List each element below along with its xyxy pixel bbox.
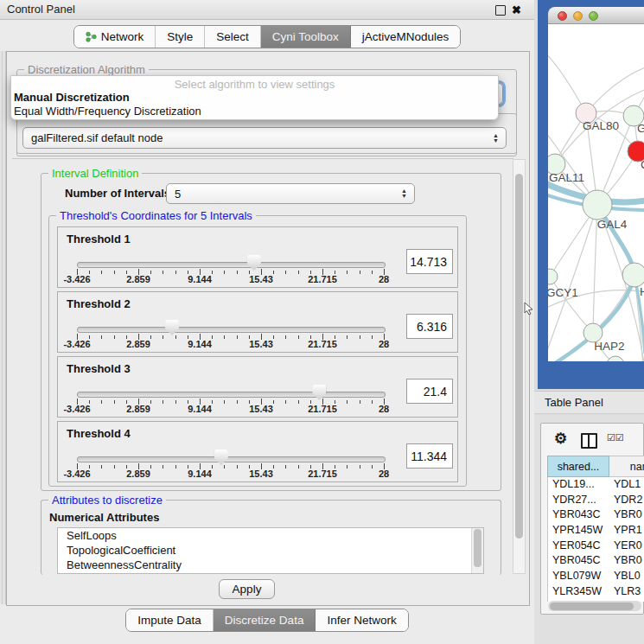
columns-icon[interactable] bbox=[581, 433, 597, 449]
slider-tick bbox=[212, 335, 213, 339]
cell-shared-name[interactable]: YDL19... bbox=[552, 477, 595, 493]
table-row[interactable]: YBR045CYBR0 bbox=[548, 553, 644, 569]
cell-shared-name[interactable]: YBR045C bbox=[552, 553, 601, 569]
tab-network[interactable]: Network bbox=[74, 26, 156, 48]
cell-shared-name[interactable]: YBL079W bbox=[552, 569, 601, 584]
cell-name[interactable]: YLR3 bbox=[614, 584, 641, 600]
network-window-titlebar[interactable] bbox=[548, 7, 644, 24]
slider-thumb[interactable] bbox=[165, 320, 179, 335]
cell-shared-name[interactable]: YLR345W bbox=[552, 584, 602, 600]
combo-arrows-icon: ▲▼ bbox=[401, 188, 407, 199]
float-window-icon[interactable] bbox=[495, 5, 506, 16]
cell-shared-name[interactable]: YPR145W bbox=[552, 523, 603, 539]
slider-tick-label: 28 bbox=[379, 469, 389, 479]
cell-shared-name[interactable]: YBR043C bbox=[552, 507, 601, 523]
slider-track[interactable] bbox=[77, 262, 386, 268]
scrollbar-thumb[interactable] bbox=[515, 174, 523, 539]
scrollbar-thumb[interactable] bbox=[550, 603, 634, 610]
slider-track[interactable] bbox=[77, 456, 386, 462]
select-columns-icon[interactable]: ☑☑ bbox=[607, 432, 624, 443]
attribute-item[interactable]: SelfLoops bbox=[58, 528, 483, 543]
network-window-frame[interactable]: GAL80GCGAL11GAL4GCY1HHAP2 bbox=[538, 0, 644, 389]
tab-jactivemnodules[interactable]: jActiveMNodules bbox=[351, 26, 461, 48]
tab-cyni-toolbox[interactable]: Cyni Toolbox bbox=[261, 26, 351, 48]
tab-style[interactable]: Style bbox=[156, 26, 205, 48]
network-graph[interactable]: GAL80GCGAL11GAL4GCY1HHAP2 bbox=[548, 24, 644, 361]
table-row[interactable]: YBL079WYBL0 bbox=[548, 569, 644, 584]
scrollbar-thumb[interactable] bbox=[474, 529, 481, 567]
cell-name[interactable]: YER0 bbox=[614, 539, 642, 554]
dropdown-option-1[interactable]: Manual Discretization bbox=[13, 91, 494, 105]
table-row[interactable]: YDL19...YDL1 bbox=[548, 477, 644, 493]
network-view[interactable]: GAL80GCGAL11GAL4GCY1HHAP2 bbox=[548, 24, 644, 361]
threshold-value-field[interactable]: 14.713 bbox=[406, 249, 453, 274]
network-edge[interactable] bbox=[548, 50, 586, 113]
bottom-tab-impute-data[interactable]: Impute Data bbox=[126, 609, 214, 631]
network-node[interactable] bbox=[583, 190, 612, 220]
table-row[interactable]: YBR043CYBR0 bbox=[548, 507, 644, 523]
slider-tick bbox=[298, 271, 299, 274]
slider-tick-label: 21.715 bbox=[308, 274, 337, 284]
tab-label: Network bbox=[101, 30, 144, 43]
gear-icon[interactable]: ⚙ bbox=[554, 430, 567, 448]
threshold-value-field[interactable]: 6.316 bbox=[406, 314, 453, 339]
list-vertical-scrollbar[interactable] bbox=[471, 528, 483, 573]
cell-shared-name[interactable]: YER054C bbox=[552, 539, 601, 554]
column-header-name[interactable]: name bbox=[609, 456, 644, 477]
table-row[interactable]: YPR145WYPR1 bbox=[548, 523, 644, 539]
attribute-item[interactable]: BetweennessCentrality bbox=[58, 558, 483, 572]
slider-thumb[interactable] bbox=[312, 385, 326, 400]
apply-button[interactable]: Apply bbox=[219, 579, 275, 599]
slider-tick bbox=[101, 271, 102, 274]
table-row[interactable]: YER054CYER0 bbox=[548, 539, 644, 554]
attribute-item[interactable]: TopologicalCoefficient bbox=[58, 543, 483, 558]
threshold-label: Threshold 1 bbox=[67, 233, 131, 245]
cell-name[interactable]: YBR0 bbox=[614, 507, 642, 523]
node-label: H bbox=[640, 285, 644, 298]
network-node[interactable] bbox=[622, 263, 644, 287]
zoom-traffic-light[interactable] bbox=[589, 11, 598, 21]
close-icon[interactable]: ✖ bbox=[512, 1, 521, 20]
minimize-traffic-light[interactable] bbox=[573, 11, 583, 21]
slider-tick bbox=[298, 400, 299, 404]
slider-tick bbox=[212, 400, 213, 404]
dropdown-hint: Select algorithm to view settings bbox=[11, 78, 498, 91]
table-horizontal-scrollbar[interactable] bbox=[548, 601, 641, 611]
table-row[interactable]: YLR345WYLR3 bbox=[548, 584, 644, 600]
bottom-tab-discretize-data[interactable]: Discretize Data bbox=[214, 609, 316, 631]
slider-tick bbox=[163, 335, 163, 339]
slider-thumb[interactable] bbox=[214, 450, 228, 465]
network-node[interactable] bbox=[607, 356, 624, 361]
slider-track[interactable] bbox=[77, 392, 386, 398]
slider-tick bbox=[237, 465, 238, 469]
dropdown-option-2[interactable]: Equal Width/Frequency Discretization bbox=[13, 105, 494, 118]
bottom-tab-infer-network[interactable]: Infer Network bbox=[316, 609, 407, 631]
threshold-value-field[interactable]: 21.4 bbox=[406, 379, 453, 404]
slider-tick bbox=[360, 271, 360, 274]
cell-name[interactable]: YDL1 bbox=[614, 477, 641, 493]
attributes-group-title: Attributes to discretize bbox=[48, 494, 166, 507]
table-data-select[interactable]: galFiltered.sif default node ▲▼ bbox=[22, 127, 507, 149]
cell-name[interactable]: YBR0 bbox=[614, 553, 642, 569]
slider-tick bbox=[298, 465, 299, 469]
column-header-shared-name[interactable]: shared... bbox=[547, 456, 609, 477]
cell-shared-name[interactable]: YDR27... bbox=[552, 493, 596, 508]
slider-thumb[interactable] bbox=[247, 255, 261, 271]
tab-group: NetworkStyleSelectCyni ToolboxjActiveMNo… bbox=[73, 25, 462, 48]
panel-vertical-scrollbar[interactable] bbox=[513, 159, 526, 574]
bottom-tab-group: Impute DataDiscretize DataInfer Network bbox=[125, 609, 408, 632]
cell-name[interactable]: YBL0 bbox=[614, 569, 641, 584]
slider-tick bbox=[101, 335, 102, 339]
cell-name[interactable]: YPR1 bbox=[614, 523, 642, 539]
slider-tick-label: 21.715 bbox=[308, 339, 337, 349]
tab-select[interactable]: Select bbox=[205, 26, 261, 48]
table-row[interactable]: YDR27...YDR2 bbox=[548, 493, 644, 508]
num-intervals-select[interactable]: 5 ▲▼ bbox=[166, 183, 415, 204]
close-traffic-light[interactable] bbox=[558, 11, 567, 21]
network-node[interactable] bbox=[548, 269, 558, 284]
threshold-value-field[interactable]: 11.344 bbox=[406, 443, 453, 469]
slider-track[interactable] bbox=[77, 327, 386, 333]
cell-name[interactable]: YDR2 bbox=[614, 493, 642, 508]
panel-grip[interactable] bbox=[0, 51, 6, 604]
numerical-attributes-list[interactable]: SelfLoopsTopologicalCoefficientBetweenne… bbox=[57, 527, 484, 574]
